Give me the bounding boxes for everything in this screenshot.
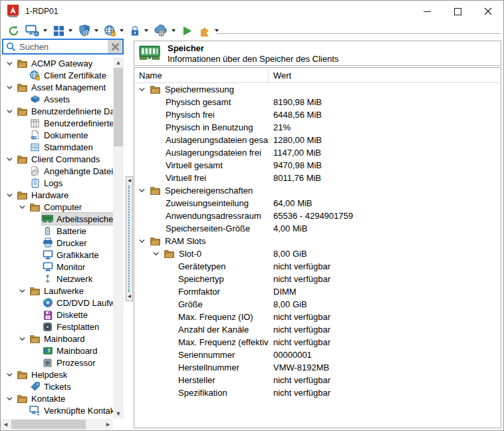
- toolbar-security-button[interactable]: [76, 23, 100, 38]
- table-row-ram-slots[interactable]: RAM Slots: [134, 235, 501, 247]
- tree-item-drucker[interactable]: Drucker: [1, 237, 113, 249]
- table-row-slot-0[interactable]: Slot-08,00 GiB: [134, 247, 501, 260]
- tree-item-prozessor[interactable]: Prozessor: [1, 357, 113, 368]
- tree-item-tickets[interactable]: Tickets: [1, 380, 113, 392]
- dropdown-caret-icon[interactable]: [94, 29, 98, 32]
- chevron-down-icon[interactable]: [138, 85, 150, 94]
- tree-item-logs[interactable]: Logs: [1, 177, 113, 189]
- table-row-virtuell-frei[interactable]: Virtuell frei8011,76 MiB: [134, 172, 501, 184]
- chevron-down-icon[interactable]: [17, 287, 29, 295]
- tree-item-assets[interactable]: Assets: [1, 93, 113, 105]
- table-row-herstellnummer[interactable]: HerstellnummerVMW-8192MB: [134, 361, 501, 374]
- table-row-speichertyp[interactable]: Speichertypnicht verfügbar: [134, 273, 501, 285]
- tree-item-monitor[interactable]: Monitor: [1, 261, 113, 273]
- tree-item-netzwerk[interactable]: Netzwerk: [1, 273, 113, 285]
- tree-vertical-scrollbar[interactable]: ▲ ▼: [113, 57, 124, 418]
- table-row-max-frequenz-io[interactable]: Max. Frequenz (IO)nicht verfügbar: [134, 311, 501, 323]
- table-row-spezifikation[interactable]: Spezifikationnicht verfügbar: [134, 386, 501, 399]
- column-header-name[interactable]: Name: [134, 68, 269, 82]
- dropdown-caret-icon[interactable]: [172, 29, 176, 32]
- chevron-down-icon[interactable]: [17, 335, 29, 343]
- tree-item-computer[interactable]: Computer: [1, 201, 113, 213]
- tree-item-client-zertifikate[interactable]: Client Zertifikate: [1, 69, 113, 81]
- collapse-left-icon[interactable]: ◄: [127, 178, 132, 184]
- chevron-down-icon[interactable]: [152, 249, 164, 258]
- chevron-down-icon[interactable]: [138, 237, 150, 245]
- table-row-auslagerungsdateien-gesamt[interactable]: Auslagerungsdateien gesamt1280,00 MiB: [134, 134, 501, 146]
- table-row-speichereigenschaften[interactable]: Speichereigenschaften: [134, 184, 501, 197]
- tree-vscroll-thumb[interactable]: [114, 68, 123, 146]
- tree-item-kontakte[interactable]: Kontakte: [1, 392, 113, 404]
- chevron-down-icon[interactable]: [5, 394, 17, 403]
- column-header-wert[interactable]: Wert: [269, 71, 291, 80]
- chevron-down-icon[interactable]: [17, 203, 29, 212]
- tree-item-asset-management[interactable]: Asset Management: [1, 81, 113, 93]
- dropdown-caret-icon[interactable]: [43, 29, 47, 32]
- scroll-down-arrow-icon[interactable]: ▼: [113, 408, 124, 418]
- dropdown-caret-icon[interactable]: [68, 29, 72, 32]
- table-row-formfaktor[interactable]: FormfaktorDIMM: [134, 285, 501, 298]
- scroll-left-arrow-icon[interactable]: ◄: [1, 419, 11, 430]
- tree-item-diskette[interactable]: Diskette: [1, 309, 113, 321]
- table-row-max-frequenz-effektiv[interactable]: Max. Frequenz (effektiv)nicht verfügbar: [134, 336, 501, 349]
- tree-item-stammdaten[interactable]: Stammdaten: [1, 141, 113, 153]
- search-input[interactable]: [18, 41, 108, 53]
- toolbar-client-commands-button[interactable]: [23, 23, 49, 38]
- tree-item-arbeitsspeicher[interactable]: Arbeitsspeicher: [1, 213, 113, 225]
- scroll-up-arrow-icon[interactable]: ▲: [113, 57, 124, 67]
- tree-item-dokumente[interactable]: Dokumente: [1, 129, 113, 141]
- table-row-zuweisungseinteilung[interactable]: Zuweisungseinteilung64,00 MiB: [134, 197, 501, 210]
- maximize-button[interactable]: [442, 1, 473, 22]
- tree-item-helpdesk[interactable]: Helpdesk: [1, 368, 113, 380]
- chevron-down-icon[interactable]: [5, 155, 17, 164]
- table-row-virtuell-gesamt[interactable]: Virtuell gesamt9470,98 MiB: [134, 159, 501, 172]
- tree-item-laufwerke[interactable]: Laufwerke: [1, 285, 113, 297]
- table-row-physisch-gesamt[interactable]: Physisch gesamt8190,98 MiB: [134, 96, 501, 108]
- toolbar-refresh-button[interactable]: [5, 24, 22, 38]
- tree-item-mainboard[interactable]: Mainboard: [1, 333, 113, 345]
- toolbar-remote-access-button[interactable]: [152, 23, 178, 38]
- table-row-speichermessung[interactable]: Speichermessung: [134, 83, 501, 96]
- toolbar-plugins-button[interactable]: [197, 24, 221, 38]
- tree-item-festplatten[interactable]: Festplatten: [1, 321, 113, 333]
- table-row-anzahl-der-kanäle[interactable]: Anzahl der Kanälenicht verfügbar: [134, 323, 501, 336]
- table-row-seriennummer[interactable]: Seriennummer00000001: [134, 349, 501, 361]
- tree-item-angehängte-dateien[interactable]: Angehängte Dateien: [1, 165, 113, 177]
- chevron-down-icon[interactable]: [5, 191, 17, 200]
- tree-item-benutzerdefinierte-felder[interactable]: Benutzerdefinierte Felder: [1, 117, 113, 129]
- dropdown-caret-icon[interactable]: [144, 29, 148, 32]
- toolbar-modules-button[interactable]: [51, 24, 74, 38]
- toolbar-lock-button[interactable]: [127, 24, 150, 38]
- chevron-down-icon[interactable]: [138, 186, 150, 195]
- dropdown-caret-icon[interactable]: [120, 29, 124, 32]
- chevron-down-icon[interactable]: [5, 59, 17, 68]
- table-row-physisch-frei[interactable]: Physisch frei6448,56 MiB: [134, 108, 501, 121]
- table-row-speicherseiten-größe[interactable]: Speicherseiten-Größe4,00 MiB: [134, 222, 501, 235]
- tree-item-benutzerdefinierte-daten[interactable]: Benutzerdefinierte Daten: [1, 105, 113, 117]
- tree-item-grafikkarte[interactable]: Grafikkarte: [1, 249, 113, 261]
- table-row-physisch-in-benutzung[interactable]: Physisch in Benutzung21%: [134, 121, 501, 134]
- table-row-auslagerungsdateien-frei[interactable]: Auslagerungsdateien frei1147,00 MiB: [134, 146, 501, 159]
- tree-horizontal-scrollbar[interactable]: ◄ ►: [1, 419, 113, 430]
- tree-item-hardware[interactable]: Hardware: [1, 189, 113, 201]
- table-row-gerätetypen[interactable]: Gerätetypennicht verfügbar: [134, 260, 501, 273]
- close-button[interactable]: [473, 1, 503, 22]
- table-row-größe[interactable]: Größe8,00 GiB: [134, 298, 501, 311]
- chevron-down-icon[interactable]: [5, 107, 17, 116]
- tree-item-acmp-gateway[interactable]: ACMP Gateway: [1, 57, 113, 69]
- scroll-right-arrow-icon[interactable]: ►: [103, 419, 113, 430]
- collapse-left-icon[interactable]: ◄: [127, 294, 132, 299]
- chevron-down-icon[interactable]: [5, 370, 17, 379]
- tree-hscroll-thumb[interactable]: [11, 420, 86, 429]
- chevron-down-icon[interactable]: [5, 83, 17, 92]
- minimize-button[interactable]: [412, 1, 442, 22]
- tree-item-mainboard[interactable]: Mainboard: [1, 345, 113, 357]
- tree-item-cd-dvd-laufwerke[interactable]: CD/DVD Laufwerke: [1, 297, 113, 309]
- dropdown-caret-icon[interactable]: [215, 29, 219, 32]
- toolbar-certificates-button[interactable]: [102, 24, 126, 38]
- tree-item-batterie[interactable]: Batterie: [1, 225, 113, 237]
- toolbar-run-button[interactable]: [179, 24, 195, 38]
- panel-splitter[interactable]: ◄ ◄: [126, 176, 133, 301]
- tree-item-client-commands[interactable]: Client Commands: [1, 153, 113, 165]
- table-row-anwendungsadressraum[interactable]: Anwendungsadressraum65536 - 4294901759: [134, 210, 501, 222]
